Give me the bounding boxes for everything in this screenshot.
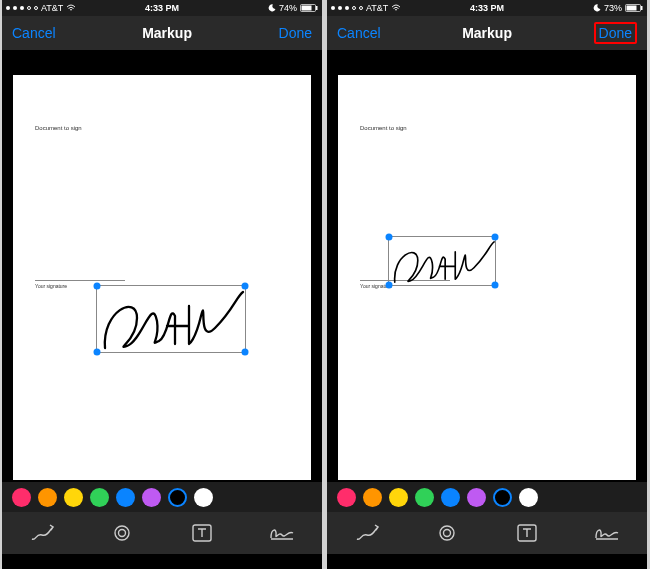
signature-glyph[interactable] [389,237,497,287]
color-swatch-white[interactable] [194,488,213,507]
document-page[interactable]: Document to sign Your signature [338,75,636,480]
color-swatch-blue[interactable] [441,488,460,507]
svg-point-4 [119,530,126,537]
text-tool[interactable] [514,520,540,546]
color-palette [327,482,647,512]
resize-handle-tr[interactable] [242,283,249,290]
screenshot-right: AT&T 4:33 PM 73% Cancel Markup Done Docu… [327,0,647,569]
color-swatch-black[interactable] [168,488,187,507]
resize-handle-bl[interactable] [94,349,101,356]
canvas-area[interactable]: Document to sign Your signature [327,50,647,482]
resize-handle-tr[interactable] [492,234,499,241]
markup-toolbar [2,512,322,554]
signature-tool[interactable] [269,520,295,546]
color-swatch-pink[interactable] [12,488,31,507]
battery-icon [625,4,643,12]
moon-icon [268,4,276,12]
battery-icon [300,4,318,12]
cancel-button[interactable]: Cancel [12,25,56,41]
document-page[interactable]: Document to sign Your signature [13,75,311,480]
svg-rect-8 [641,6,643,10]
svg-point-3 [115,526,129,540]
markup-toolbar [327,512,647,554]
color-swatch-black[interactable] [493,488,512,507]
magnifier-tool[interactable] [109,520,135,546]
svg-rect-7 [627,6,637,11]
carrier-label: AT&T [41,3,63,13]
text-tool[interactable] [189,520,215,546]
doc-header: Document to sign [35,125,82,131]
color-swatch-orange[interactable] [363,488,382,507]
color-swatch-green[interactable] [90,488,109,507]
signature-tool[interactable] [594,520,620,546]
status-bar: AT&T 4:33 PM 74% [2,0,322,16]
screenshot-left: AT&T 4:33 PM 74% Cancel Markup Done Docu… [2,0,322,569]
battery-pct: 74% [279,3,297,13]
color-swatch-yellow[interactable] [64,488,83,507]
wifi-icon [66,4,76,12]
moon-icon [593,4,601,12]
carrier-label: AT&T [366,3,388,13]
resize-handle-br[interactable] [492,282,499,289]
resize-handle-br[interactable] [242,349,249,356]
magnifier-tool[interactable] [434,520,460,546]
nav-bar: Cancel Markup Done [2,16,322,50]
wifi-icon [391,4,401,12]
color-swatch-orange[interactable] [38,488,57,507]
signature-selection[interactable] [96,285,246,353]
svg-point-9 [440,526,454,540]
battery-pct: 73% [604,3,622,13]
svg-rect-2 [316,6,318,10]
doc-header: Document to sign [360,125,407,131]
clock-label: 4:33 PM [470,3,504,13]
resize-handle-tl[interactable] [386,234,393,241]
nav-bar: Cancel Markup Done [327,16,647,50]
color-swatch-yellow[interactable] [389,488,408,507]
svg-point-10 [444,530,451,537]
color-palette [2,482,322,512]
signature-selection[interactable] [388,236,496,286]
color-swatch-green[interactable] [415,488,434,507]
resize-handle-tl[interactable] [94,283,101,290]
pen-tool[interactable] [354,520,380,546]
nav-title: Markup [142,25,192,41]
clock-label: 4:33 PM [145,3,179,13]
signature-glyph[interactable] [97,286,247,354]
nav-title: Markup [462,25,512,41]
canvas-area[interactable]: Document to sign Your signature [2,50,322,482]
color-swatch-purple[interactable] [467,488,486,507]
done-button[interactable]: Done [594,22,637,44]
color-swatch-purple[interactable] [142,488,161,507]
status-bar: AT&T 4:33 PM 73% [327,0,647,16]
color-swatch-white[interactable] [519,488,538,507]
signature-line [35,280,125,281]
color-swatch-blue[interactable] [116,488,135,507]
cancel-button[interactable]: Cancel [337,25,381,41]
svg-rect-1 [302,6,312,11]
resize-handle-bl[interactable] [386,282,393,289]
color-swatch-pink[interactable] [337,488,356,507]
signature-label: Your signature [35,283,67,289]
done-button[interactable]: Done [279,25,312,41]
pen-tool[interactable] [29,520,55,546]
